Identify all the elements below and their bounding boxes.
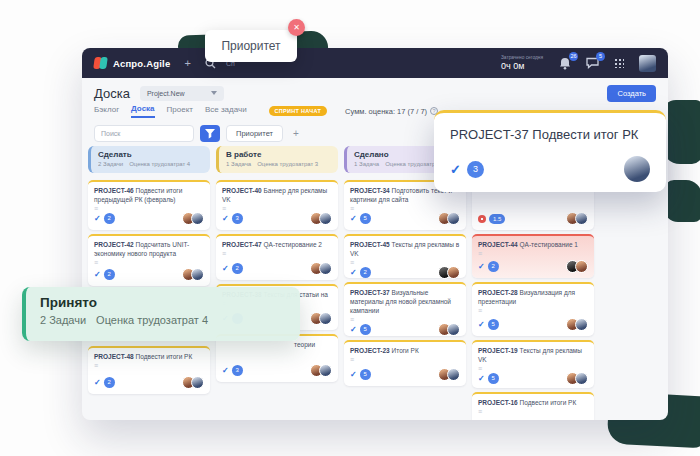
column-header[interactable]: В работе 1 ЗадачаОценка трудозатрат 3 bbox=[216, 146, 338, 173]
description-icon: ≡ bbox=[94, 259, 204, 266]
estimate-badge: 2 bbox=[104, 213, 115, 224]
task-card[interactable]: PROJECT-23 Итоги РК ≡ ✓5 bbox=[344, 340, 466, 386]
decor-blob bbox=[664, 180, 700, 222]
check-icon: ✓ bbox=[350, 325, 357, 334]
description-icon: ≡ bbox=[222, 205, 332, 212]
task-card[interactable]: PROJECT-16 Подвести итоги РК ≡ ✓ bbox=[472, 392, 594, 420]
add-filter-button[interactable]: + bbox=[293, 128, 299, 139]
description-icon: ≡ bbox=[478, 307, 588, 314]
accepted-count: 2 Задачи bbox=[40, 314, 86, 326]
column-header[interactable]: Сделать 2 ЗадачиОценка трудозатрат 4 bbox=[88, 146, 210, 173]
tab-backlog[interactable]: Бэклог bbox=[94, 105, 119, 117]
avatar bbox=[447, 212, 460, 225]
grid-icon bbox=[614, 58, 624, 68]
priority-filter-button[interactable]: Приоритет bbox=[226, 125, 283, 142]
avatar bbox=[319, 212, 332, 225]
filter-button[interactable] bbox=[200, 125, 220, 142]
avatar bbox=[624, 156, 650, 182]
estimate-badge: 2 bbox=[488, 261, 499, 272]
description-icon: ≡ bbox=[350, 356, 460, 363]
column-count: 1 Задача bbox=[226, 161, 251, 167]
close-icon[interactable]: ✕ bbox=[288, 19, 305, 36]
estimate-badge: 3 bbox=[232, 365, 243, 376]
accepted-column-overlay[interactable]: Принято 2 Задачи Оценка трудозатрат 4 bbox=[22, 287, 300, 341]
description-icon: ≡ bbox=[478, 365, 588, 372]
navbar-right-group: Затрачено сегодня 0ч 0м 26 5 bbox=[501, 55, 656, 72]
estimate-badge: 2 bbox=[232, 263, 243, 274]
column-effort: Оценка трудозатрат bbox=[385, 161, 441, 167]
avatar bbox=[575, 260, 588, 273]
messages-button[interactable]: 5 bbox=[585, 56, 599, 70]
user-avatar[interactable] bbox=[639, 55, 656, 72]
accepted-title: Принято bbox=[40, 295, 286, 310]
screenshot-stage: Аспро.Agile + Сп Затрачено сегодня 0ч 0м… bbox=[0, 0, 700, 456]
task-card[interactable]: PROJECT-45 Тексты для рекламы в VK ≡ ✓2 bbox=[344, 234, 466, 278]
task-card[interactable]: PROJECT-28 Визуализация для презентации … bbox=[472, 282, 594, 336]
check-icon: ✓ bbox=[350, 214, 357, 223]
avatar bbox=[191, 212, 204, 225]
task-popup-card[interactable]: PROJECT-37 Подвести итог РК ✓ 3 bbox=[434, 110, 666, 192]
description-icon: ≡ bbox=[478, 250, 588, 257]
description-icon: ≡ bbox=[350, 316, 460, 323]
estimate-badge: 5 bbox=[488, 373, 499, 384]
description-icon: ≡ bbox=[94, 205, 204, 212]
create-button[interactable]: Создать bbox=[607, 85, 656, 102]
task-card[interactable]: PROJECT-40 Баннер для рекламы VK ≡ ✓3 bbox=[216, 180, 338, 230]
check-icon: ✓ bbox=[94, 270, 101, 279]
estimate-badge: 3 bbox=[232, 213, 243, 224]
apps-menu-button[interactable] bbox=[612, 56, 626, 70]
avatar bbox=[191, 376, 204, 389]
task-card[interactable]: PROJECT-42 Подсчитать UNIT-экономику нов… bbox=[88, 234, 210, 286]
search-input[interactable] bbox=[94, 125, 194, 142]
tab-board[interactable]: Доска bbox=[131, 104, 154, 118]
estimate-badge: 2 bbox=[104, 377, 115, 388]
app-window: Аспро.Agile + Сп Затрачено сегодня 0ч 0м… bbox=[82, 48, 668, 420]
description-icon: ≡ bbox=[222, 250, 332, 257]
column-todo: Сделать 2 ЗадачиОценка трудозатрат 4 PRO… bbox=[88, 146, 210, 394]
check-icon: ✓ bbox=[450, 162, 461, 177]
task-card[interactable]: PROJECT-37 Визуальные материалы для ново… bbox=[344, 282, 466, 336]
check-icon: ✓ bbox=[478, 374, 485, 383]
task-card[interactable]: PROJECT-48 Подвести итоги РК ≡ ✓2 bbox=[88, 346, 210, 394]
time-tracker-label: Затрачено сегодня bbox=[501, 55, 543, 60]
task-card[interactable]: PROJECT-46 Подвести итоги предыдущей РК … bbox=[88, 180, 210, 230]
estimate-badge: 5 bbox=[360, 213, 371, 224]
estimate-badge: 5 bbox=[360, 324, 371, 335]
tab-project[interactable]: Проект bbox=[167, 105, 193, 117]
time-tracker-value: 0ч 0м bbox=[501, 61, 543, 71]
task-card[interactable]: PROJECT-47 QA-тестирование 2 ≡ ✓2 bbox=[216, 234, 338, 280]
page-title: Доска bbox=[94, 86, 130, 101]
time-badge: 1.5 bbox=[489, 214, 505, 224]
avatar bbox=[447, 266, 460, 279]
description-icon: ≡ bbox=[350, 205, 460, 212]
notifications-button[interactable]: 26 bbox=[558, 56, 572, 70]
check-icon: ✓ bbox=[350, 370, 357, 379]
column-in-progress: В работе 1 ЗадачаОценка трудозатрат 3 PR… bbox=[216, 146, 338, 382]
avatar bbox=[575, 318, 588, 331]
check-icon: ✓ bbox=[222, 366, 229, 375]
sprint-summary: Сумм. оценка: 17 (7 / 7) ? bbox=[345, 107, 438, 116]
accepted-effort: Оценка трудозатрат 4 bbox=[96, 314, 208, 326]
tab-all-tasks[interactable]: Все задачи bbox=[205, 105, 247, 117]
project-select-value: Project.New bbox=[147, 90, 185, 97]
sprint-status-badge: СПРИНТ НАЧАТ bbox=[269, 106, 327, 116]
task-card-highlighted[interactable]: PROJECT-44 QA-тестирование 1 ≡ ✓2 bbox=[472, 234, 594, 278]
column-effort: Оценка трудозатрат 3 bbox=[257, 161, 318, 167]
task-card[interactable]: PROJECT-19 Тексты для рекламы VK ≡ ✓5 bbox=[472, 340, 594, 388]
brand-name: Аспро.Agile bbox=[113, 58, 170, 69]
task-card[interactable]: теории ✓3 bbox=[216, 334, 338, 382]
column-effort: Оценка трудозатрат 4 bbox=[129, 161, 190, 167]
column-title: В работе bbox=[226, 150, 331, 159]
avatar bbox=[447, 323, 460, 336]
estimate-badge: 5 bbox=[488, 319, 499, 330]
description-icon: ≡ bbox=[478, 408, 588, 415]
column-count: 2 Задачи bbox=[98, 161, 123, 167]
fire-icon bbox=[478, 215, 486, 223]
project-select[interactable]: Project.New bbox=[140, 86, 224, 101]
sprint-summary-text: Сумм. оценка: 17 (7 / 7) bbox=[345, 107, 427, 116]
avatar bbox=[447, 368, 460, 381]
estimate-badge: 2 bbox=[360, 267, 371, 278]
time-tracker[interactable]: Затрачено сегодня 0ч 0м bbox=[501, 55, 543, 71]
add-icon[interactable]: + bbox=[184, 58, 190, 68]
chevron-down-icon bbox=[211, 91, 217, 95]
